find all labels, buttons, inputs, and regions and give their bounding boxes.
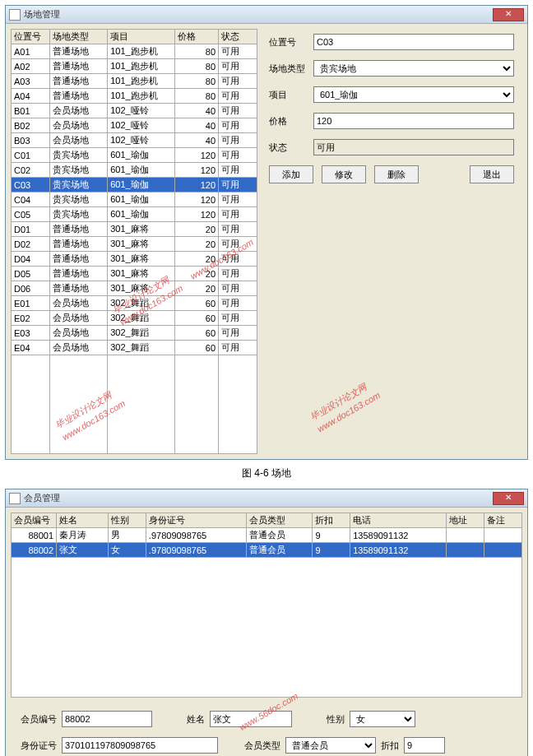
label-item: 项目 [269,89,313,101]
table-row[interactable]: A03普通场地101_跑步机80可用 [12,74,257,89]
table-row[interactable]: E03会员场地302_舞蹈60可用 [12,326,257,341]
table-row[interactable]: 88002张文女.97809098765普通会员913589091132 [12,543,522,558]
input-pos[interactable] [313,34,514,50]
input-name[interactable] [210,711,292,727]
input-member-id[interactable] [62,711,152,727]
col-header[interactable]: 场地类型 [49,30,107,44]
delete-button[interactable]: 删除 [374,165,419,183]
col-header[interactable]: 身份证号 [146,513,246,528]
label-discount: 折扣 [381,740,399,752]
col-header[interactable]: 项目 [108,30,175,44]
close-button[interactable]: ✕ [493,8,524,21]
col-header[interactable]: 位置号 [12,30,50,44]
titlebar[interactable]: 会员管理 ✕ [6,489,527,508]
col-header[interactable]: 会员类型 [246,513,312,528]
venue-form: 位置号 场地类型贵宾场地 项目601_瑜伽 价格 状态 添加 修改 删除 退出 [266,29,522,454]
select-item[interactable]: 601_瑜伽 [313,86,514,103]
label-name: 姓名 [187,713,205,726]
figure-caption-1: 图 4-6 场地 [5,466,528,480]
table-row[interactable]: E04会员场地302_舞蹈60可用 [12,341,257,355]
table-row[interactable]: C01贵宾场地601_瑜伽120可用 [12,148,257,163]
table-row[interactable]: A01普通场地101_跑步机80可用 [12,44,257,59]
select-sex[interactable]: 女 [350,711,415,727]
window-title: 场地管理 [24,8,493,21]
label-price: 价格 [269,115,313,128]
table-row[interactable]: D05普通场地301_麻将20可用 [12,267,257,281]
table-row[interactable]: E02会员场地302_舞蹈60可用 [12,311,257,326]
table-row[interactable]: 88001秦月涛男.97809098765普通会员913589091132 [12,528,522,543]
input-price[interactable] [313,113,514,129]
titlebar[interactable]: 场地管理 ✕ [6,6,527,24]
label-status: 状态 [269,141,313,154]
label-card: 身份证号 [21,740,57,752]
table-row[interactable]: C02贵宾场地601_瑜伽120可用 [12,163,257,178]
window-member-manage: 会员管理 ✕ 会员编号姓名性别身份证号会员类型折扣电话地址备注 88001秦月涛… [5,489,528,756]
input-discount[interactable] [404,737,445,754]
edit-button[interactable]: 修改 [322,165,366,183]
table-row[interactable]: B03会员场地102_哑铃40可用 [12,133,257,148]
member-grid[interactable]: 会员编号姓名性别身份证号会员类型折扣电话地址备注 88001秦月涛男.97809… [11,513,522,558]
label-pos: 位置号 [269,36,313,49]
table-row[interactable]: B02会员场地102_哑铃40可用 [12,118,257,133]
col-header[interactable]: 价格 [175,30,219,44]
member-form: 会员编号 姓名 性别 女 身份证号 会员类型 普通会员 折扣 电话 地址 备注 [6,703,527,756]
table-row[interactable]: C03贵宾场地601_瑜伽120可用 [12,178,257,192]
col-header[interactable]: 状态 [219,30,257,44]
app-icon [9,9,21,21]
col-header[interactable]: 折扣 [313,513,350,528]
table-row[interactable]: A04普通场地101_跑步机80可用 [12,89,257,104]
col-header[interactable]: 地址 [447,513,484,528]
table-row[interactable]: D06普通场地301_麻将20可用 [12,281,257,296]
input-card[interactable] [62,737,218,754]
label-member-id: 会员编号 [21,713,57,726]
col-header[interactable]: 备注 [484,513,522,528]
table-row[interactable]: C05贵宾场地601_瑜伽120可用 [12,207,257,222]
label-type: 场地类型 [269,63,313,75]
venue-grid[interactable]: 位置号场地类型项目价格状态 A01普通场地101_跑步机80可用A02普通场地1… [11,29,257,454]
window-venue-manage: 场地管理 ✕ 位置号场地类型项目价格状态 A01普通场地101_跑步机80可用A… [5,5,528,460]
label-member-type: 会员类型 [244,740,280,752]
select-member-type[interactable]: 普通会员 [285,737,376,754]
table-row[interactable]: D04普通场地301_麻将20可用 [12,252,257,267]
table-row[interactable]: A02普通场地101_跑步机80可用 [12,59,257,74]
select-type[interactable]: 贵宾场地 [313,60,514,77]
col-header[interactable]: 电话 [350,513,447,528]
add-button[interactable]: 添加 [269,165,313,183]
table-row[interactable]: E01会员场地302_舞蹈60可用 [12,296,257,311]
col-header[interactable]: 性别 [109,513,146,528]
table-row[interactable]: B01会员场地102_哑铃40可用 [12,104,257,118]
close-button[interactable]: ✕ [493,492,524,505]
label-sex: 性别 [327,713,345,726]
window-title: 会员管理 [24,492,493,504]
col-header[interactable]: 会员编号 [12,513,57,528]
table-row[interactable]: D02普通场地301_麻将20可用 [12,237,257,252]
col-header[interactable]: 姓名 [57,513,109,528]
input-status [313,139,514,155]
table-row[interactable]: D01普通场地301_麻将20可用 [12,222,257,237]
table-row[interactable]: C04贵宾场地601_瑜伽120可用 [12,192,257,207]
app-icon [9,493,21,504]
exit-button[interactable]: 退出 [470,165,514,183]
